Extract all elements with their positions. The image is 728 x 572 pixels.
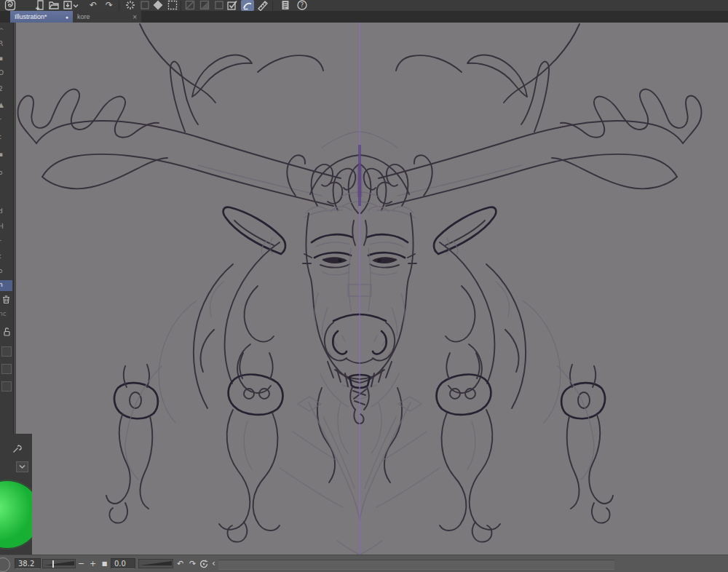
- rotation-slider-wedge: [140, 560, 172, 567]
- snap-to-grid-icon[interactable]: [256, 0, 269, 11]
- clear-selection-icon[interactable]: [124, 0, 137, 11]
- snap-to-special-ruler-icon[interactable]: [241, 0, 254, 11]
- tab-kore-label: kore: [77, 13, 90, 20]
- tool-fragment[interactable]: ▪: [0, 54, 12, 64]
- tool-fragment[interactable]: ▪: [0, 150, 12, 160]
- tool-fragment[interactable]: H: [0, 222, 12, 232]
- toolbar-separator: [119, 1, 119, 11]
- tool-property-footer: [0, 434, 32, 555]
- csp-logo-spiral-icon[interactable]: [4, 0, 17, 11]
- tool-fragment[interactable]: r: [0, 237, 12, 247]
- clip-studio-paint-window: ↶ ↷: [0, 0, 728, 572]
- color-swatch[interactable]: [1, 381, 12, 392]
- save-dropdown-chevron[interactable]: [72, 0, 79, 11]
- subtool-label-fragment: nc: [0, 309, 12, 319]
- tool-fragment[interactable]: o: [0, 266, 12, 277]
- color-wheel[interactable]: [0, 480, 32, 549]
- snap-line-icon[interactable]: [183, 0, 197, 11]
- stag-left-half: [18, 24, 360, 555]
- stag-right-half: [360, 24, 701, 555]
- color-swatch[interactable]: [1, 364, 12, 374]
- tool-fragment[interactable]: t: [0, 132, 12, 143]
- tool-fragment[interactable]: d: [0, 207, 12, 217]
- new-file-icon[interactable]: [33, 0, 47, 11]
- tab-illustration-label: Illustration*: [15, 13, 47, 20]
- tab-illustration[interactable]: Illustration* ●: [10, 11, 73, 23]
- redo-icon[interactable]: ↷: [103, 0, 116, 11]
- tool-fragment[interactable]: o: [0, 168, 12, 178]
- select-area-icon[interactable]: [138, 0, 151, 11]
- lock-icon[interactable]: [1, 327, 11, 340]
- fit-to-screen-button[interactable]: ■: [99, 558, 110, 569]
- main-toolbar: ↶ ↷: [0, 0, 728, 11]
- status-message-area: [218, 560, 614, 570]
- zoom-slider-wedge: [44, 560, 74, 567]
- redo-glyph: ↷: [106, 1, 113, 9]
- tool-fragment-selected[interactable]: n: [0, 280, 12, 291]
- material-panel-icon[interactable]: [279, 0, 292, 11]
- help-icon[interactable]: ?: [296, 0, 309, 11]
- open-file-icon[interactable]: [47, 0, 60, 11]
- trash-icon[interactable]: [1, 294, 11, 307]
- tool-fragment[interactable]: r: [0, 116, 12, 126]
- toolbar-separator: [272, 1, 273, 11]
- undo-icon[interactable]: ↶: [87, 0, 100, 11]
- selection-marquee-icon[interactable]: [166, 0, 179, 11]
- tab-modified-dot: ●: [66, 15, 68, 20]
- rotation-slider[interactable]: [138, 559, 173, 568]
- tab-close-icon[interactable]: ×: [132, 13, 137, 21]
- help-glyph: ?: [301, 1, 304, 9]
- scroll-up-chevron[interactable]: ^: [0, 26, 12, 36]
- snap-triangle-icon[interactable]: [198, 0, 211, 11]
- tool-fragment[interactable]: 2: [0, 84, 12, 95]
- rotation-value[interactable]: 0.0: [111, 558, 135, 569]
- wrench-icon[interactable]: [12, 442, 23, 457]
- canvas-viewport[interactable]: [16, 23, 728, 555]
- tool-fragment[interactable]: ▲: [0, 100, 12, 111]
- tool-fragment[interactable]: R: [0, 39, 12, 49]
- zoom-slider[interactable]: [42, 559, 76, 568]
- snap-to-ruler-icon[interactable]: [226, 0, 239, 11]
- tool-fragment[interactable]: O: [0, 68, 12, 79]
- rotate-right-button[interactable]: ↷: [187, 558, 198, 569]
- toolbar-separator: [181, 1, 181, 11]
- tool-fragment[interactable]: t: [0, 252, 12, 262]
- zoom-in-button[interactable]: +: [87, 558, 98, 569]
- document-tab-bar: Illustration* ● kore ×: [0, 11, 728, 23]
- panel-collapse-chevron[interactable]: [16, 461, 28, 472]
- snap-box-icon[interactable]: [213, 0, 226, 11]
- rotate-left-button[interactable]: ↶: [175, 558, 186, 569]
- undo-glyph: ↶: [90, 1, 97, 9]
- flip-view-button[interactable]: ‹: [208, 558, 219, 569]
- zoom-value[interactable]: 38.2: [15, 558, 41, 569]
- status-bar: 38.2 − + ■ 0.0 ↶ ↷ ‹: [0, 555, 728, 572]
- invert-selection-icon[interactable]: [151, 0, 165, 11]
- stag-sketch-artwork: [16, 23, 728, 555]
- color-swatch[interactable]: [1, 346, 12, 357]
- tab-kore[interactable]: kore ×: [73, 11, 141, 23]
- zoom-out-button[interactable]: −: [76, 558, 87, 569]
- zoom-slider-handle[interactable]: [52, 560, 54, 568]
